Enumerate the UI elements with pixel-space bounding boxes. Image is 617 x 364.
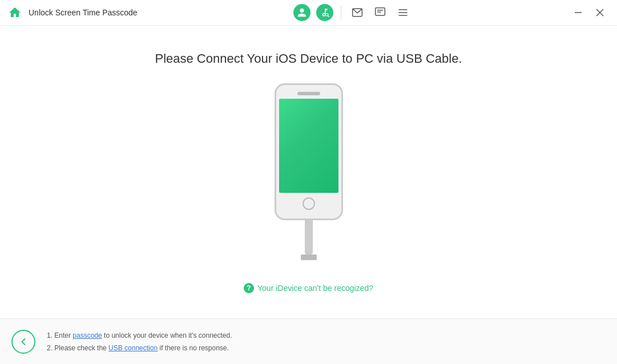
phone-screen	[279, 99, 338, 193]
svg-rect-3	[376, 8, 385, 15]
usb-connection-link[interactable]: USB connection	[108, 344, 158, 352]
music-search-icon	[316, 4, 333, 21]
phone-home-button	[303, 197, 315, 210]
app-title: Unlock Screen Time Passcode	[29, 8, 138, 17]
close-button[interactable]	[590, 2, 610, 23]
back-button[interactable]	[11, 330, 35, 354]
title-bar: Unlock Screen Time Passcode	[0, 0, 617, 26]
help-link[interactable]: ? Your iDevice can't be recogized?	[244, 283, 373, 293]
chat-icon-btn[interactable]	[370, 2, 390, 23]
title-bar-center-icons	[292, 2, 413, 23]
hint-item-2: 2. Please check the USB connection if th…	[47, 343, 232, 353]
help-icon: ?	[244, 283, 254, 293]
connect-title: Please Connect Your iOS Device to PC via…	[155, 51, 462, 66]
help-link-text: Your iDevice can't be recogized?	[257, 284, 373, 293]
svg-line-1	[328, 16, 329, 17]
passcode-link[interactable]: passcode	[72, 331, 102, 339]
user-icon-btn[interactable]	[292, 2, 312, 23]
music-search-icon-btn[interactable]	[314, 2, 335, 23]
avatar-circle	[293, 4, 310, 21]
main-content: Please Connect Your iOS Device to PC via…	[0, 26, 617, 318]
window-controls	[568, 2, 610, 23]
hint-item-1: 1. Enter passcode to unlock your device …	[47, 330, 232, 341]
menu-icon-btn[interactable]	[393, 2, 413, 23]
title-bar-left: Unlock Screen Time Passcode	[7, 5, 138, 21]
usb-cable	[305, 220, 313, 254]
minimize-button[interactable]	[568, 2, 588, 23]
footer-hints: 1. Enter passcode to unlock your device …	[47, 330, 232, 353]
footer: 1. Enter passcode to unlock your device …	[0, 318, 617, 364]
divider	[341, 6, 341, 19]
phone-speaker	[297, 92, 320, 95]
mail-icon-btn[interactable]	[347, 2, 368, 23]
phone-illustration	[275, 83, 343, 260]
phone-body	[275, 83, 343, 220]
usb-connector	[301, 254, 317, 260]
home-icon[interactable]	[7, 5, 23, 21]
